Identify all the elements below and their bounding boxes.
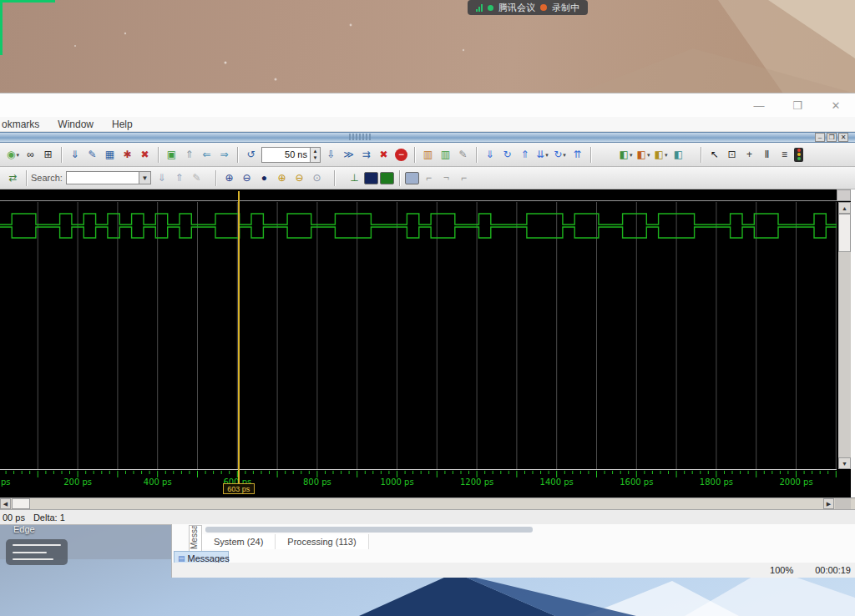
edge-mode-icon[interactable]: Ⅱ	[759, 147, 775, 163]
import-icon[interactable]: ⇓	[67, 147, 83, 163]
wave-signal-1	[0, 227, 837, 238]
menu-bookmarks[interactable]: okmarks	[2, 119, 39, 130]
menu-window[interactable]: Window	[58, 119, 94, 130]
search-input[interactable]	[66, 171, 139, 184]
any-edge-icon[interactable]: ⌐	[456, 170, 472, 186]
zoom-in-cursor-icon[interactable]: ⊕	[274, 170, 290, 186]
messages-scrollbar-thumb[interactable]	[205, 527, 533, 533]
menu-help[interactable]: Help	[112, 119, 133, 130]
stop-icon[interactable]: −	[395, 149, 407, 161]
find-prev-icon[interactable]: ⇑	[171, 170, 187, 186]
search-label: Search:	[31, 173, 63, 183]
pattern-box-icon[interactable]	[405, 172, 419, 184]
add-cursor-icon[interactable]: ⊥	[347, 170, 362, 186]
scroll-up-icon[interactable]: ▲	[838, 202, 851, 214]
find-options-icon[interactable]: ✎	[189, 170, 205, 186]
forward-icon[interactable]: ⇒	[216, 147, 232, 163]
wave-prefs-icon[interactable]: ⇄	[5, 170, 21, 186]
delete-icon[interactable]: ✖	[137, 147, 153, 163]
svg-text:200 ps: 200 ps	[63, 477, 92, 487]
traffic-light-icon[interactable]	[794, 148, 803, 162]
find-icon[interactable]: ∞	[23, 147, 38, 163]
pane-dragbar[interactable]	[0, 132, 855, 143]
edge-shortcut-label[interactable]: Edge	[13, 524, 35, 534]
expand-hierarchy-icon[interactable]: ⊞	[40, 147, 56, 163]
compare-run-icon[interactable]: ▥	[420, 147, 436, 163]
window-close-button[interactable]: ✕	[817, 93, 855, 117]
scroll-right-icon[interactable]: ▶	[823, 498, 834, 509]
meeting-status-pill[interactable]: 腾讯会议 录制中	[468, 0, 588, 15]
history-dropdown-icon[interactable]: ◉▾	[5, 147, 21, 163]
scroll-down-icon[interactable]: ▼	[838, 457, 851, 469]
pane-close-button[interactable]: ✕	[838, 133, 848, 142]
desktop-list-widget[interactable]	[6, 539, 68, 565]
compare-diff-icon[interactable]: ▥	[438, 147, 453, 163]
add-to-list-icon[interactable]: ◧▾	[635, 147, 651, 163]
window-minimize-button[interactable]: —	[740, 93, 778, 117]
settings-icon[interactable]: ✱	[119, 147, 135, 163]
time-cursor-line[interactable]	[238, 191, 240, 483]
waveform-canvas[interactable]	[0, 202, 837, 469]
move-up-icon[interactable]: ⇑	[517, 147, 533, 163]
select-mode-icon[interactable]: ↖	[706, 147, 722, 163]
annotate-icon[interactable]: ✎	[455, 147, 471, 163]
zoom-range-icon[interactable]: ⊖	[291, 170, 307, 186]
pane-dock-button[interactable]: ❒	[827, 133, 837, 142]
tab-processing[interactable]: Processing (113)	[276, 534, 368, 549]
zoom-in-icon[interactable]: ⊕	[221, 170, 237, 186]
scroll-left-icon[interactable]: ◀	[0, 498, 11, 509]
quartus-message-panel: Messa System (24) Processing (113) ▤ Mes…	[171, 524, 855, 578]
zoom-mode-icon[interactable]: ⊡	[724, 147, 740, 163]
goto-next-icon[interactable]: ⇊▾	[534, 147, 550, 163]
wave-panel[interactable]: ps200 ps400 ps600 ps800 ps1000 ps1200 ps…	[0, 189, 851, 497]
tab-system[interactable]: System (24)	[202, 534, 276, 549]
move-down-icon[interactable]: ⇓	[482, 147, 498, 163]
edge-count-icon[interactable]: ≡	[777, 147, 792, 163]
run-all-icon[interactable]: ⇉	[358, 147, 374, 163]
run-continue-icon[interactable]: ≫	[341, 147, 357, 163]
pan-mode-icon[interactable]: +	[741, 147, 757, 163]
svg-text:1600 ps: 1600 ps	[620, 477, 653, 487]
break-icon[interactable]: ✖	[376, 147, 392, 163]
next-rise-icon[interactable]: ⌐	[421, 170, 437, 186]
zoom-full-icon[interactable]: ●	[256, 170, 272, 186]
edit-doc-icon[interactable]: ✎	[84, 147, 100, 163]
wave-vertical-scrollbar[interactable]: ▲ ▼	[838, 202, 851, 469]
back-icon[interactable]: ⇐	[199, 147, 215, 163]
dragbar-handle-icon[interactable]	[349, 134, 371, 140]
up-level-icon[interactable]: ⇑	[181, 147, 197, 163]
goto-reuse-icon[interactable]: ↻▾	[552, 147, 568, 163]
wave-toolbar: ⇄ Search: ▼ ⇓⇑✎ ⊕⊖●⊕⊖⊙ ⊥ ⌐¬⌐	[0, 167, 855, 189]
run-length-value[interactable]: 50 ns	[261, 147, 310, 163]
pane-mini-buttons: – ❒ ✕	[815, 133, 848, 142]
green-box-icon[interactable]	[380, 172, 394, 184]
add-to-log-icon[interactable]: ◧▾	[653, 147, 669, 163]
signal-strength-icon	[476, 4, 483, 12]
reuse-arrow-icon[interactable]: ↻	[499, 147, 515, 163]
timeline-ruler[interactable]: ps200 ps400 ps600 ps800 ps1000 ps1200 ps…	[0, 470, 837, 487]
find-next-icon[interactable]: ⇓	[154, 170, 169, 186]
time-cursor-flag[interactable]: 603 ps	[223, 483, 255, 494]
run-length-stepper[interactable]: ▲▼	[310, 147, 321, 163]
wave-horizontal-scrollbar[interactable]	[0, 497, 855, 509]
scrollbar-corner	[835, 498, 851, 509]
add-to-dataflow-icon[interactable]: ◧	[670, 147, 686, 163]
navy-box-icon[interactable]	[364, 172, 378, 184]
horizontal-scroll-thumb[interactable]	[12, 498, 30, 509]
zoom-out-icon[interactable]: ⊖	[239, 170, 255, 186]
run-icon[interactable]: ⇩	[323, 147, 339, 163]
wave-header-scroll-thumb[interactable]	[837, 189, 851, 201]
copy-icon[interactable]: ▣	[164, 147, 180, 163]
restart-icon[interactable]: ↺	[243, 147, 259, 163]
screen: 腾讯会议 录制中 — ❒ ✕ okmarks Window Help – ❒ ✕…	[0, 0, 855, 616]
message-note-icon: ▤	[178, 554, 185, 563]
next-fall-icon[interactable]: ¬	[438, 170, 454, 186]
zoom-others-icon[interactable]: ⊙	[309, 170, 325, 186]
vertical-scroll-thumb[interactable]	[838, 214, 851, 252]
add-to-wave-icon[interactable]: ◧▾	[618, 147, 634, 163]
search-dropdown-icon[interactable]: ▼	[139, 171, 151, 184]
goto-prev-icon[interactable]: ⇈	[569, 147, 585, 163]
memory-view-icon[interactable]: ▦	[102, 147, 118, 163]
pane-minimize-button[interactable]: –	[815, 133, 825, 142]
window-maximize-button[interactable]: ❒	[778, 93, 817, 117]
